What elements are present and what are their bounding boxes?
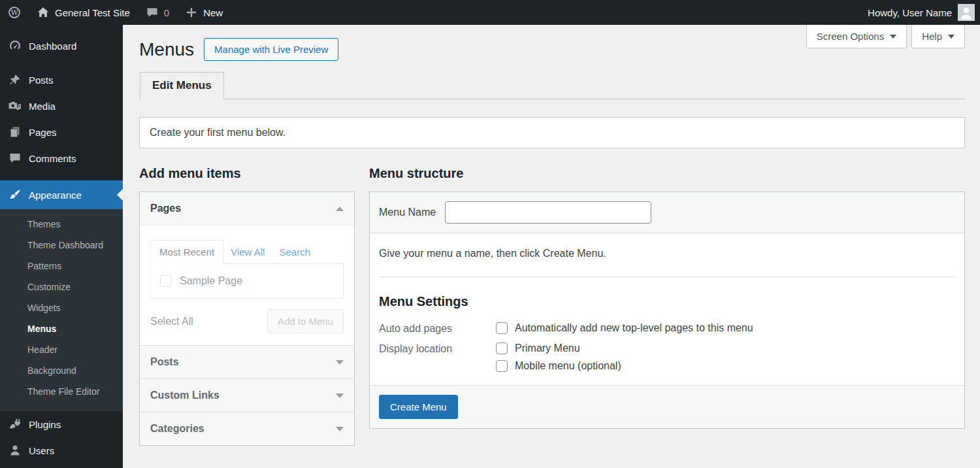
chevron-down-icon (336, 393, 344, 398)
submenu-item-patterns[interactable]: Patterns (0, 256, 123, 276)
mobile-menu-option-label: Mobile menu (optional) (515, 360, 621, 372)
plugin-icon (8, 418, 22, 431)
accordion-section-label: Posts (150, 356, 179, 368)
accordion-section-label: Custom Links (150, 390, 220, 401)
menu-separator (0, 171, 123, 180)
first-menu-notice: Create your first menu below. (139, 117, 965, 148)
page-title: Menus (139, 39, 194, 60)
display-location-label: Display location (379, 343, 496, 372)
tab-most-recent[interactable]: Most Recent (150, 240, 223, 264)
auto-add-pages-label: Auto add pages (379, 322, 496, 335)
screen-options-button[interactable]: Screen Options (806, 25, 907, 48)
submenu-item-header[interactable]: Header (0, 339, 123, 360)
pages-icon (8, 125, 22, 139)
accordion-section-categories[interactable]: Categories (140, 412, 354, 445)
sidebar-item-pages[interactable]: Pages (0, 119, 123, 145)
submenu-item-menus[interactable]: Menus (0, 318, 123, 339)
accordion-section-pages[interactable]: Pages (140, 192, 354, 225)
sidebar-item-label: Comments (29, 153, 76, 164)
submenu-item-themes[interactable]: Themes (0, 214, 123, 235)
menu-structure-column: Menu structure Menu Name Give your menu … (369, 148, 965, 429)
tab-view-all[interactable]: View All (223, 241, 272, 263)
tab-edit-menus[interactable]: Edit Menus (140, 72, 224, 99)
sample-page-checkbox[interactable] (160, 275, 172, 287)
user-icon (8, 444, 22, 457)
pushpin-icon (8, 73, 22, 86)
main-content: Screen Options Help Menus Manage with Li… (123, 25, 980, 468)
pages-checklist: Sample Page (150, 263, 344, 299)
tab-search[interactable]: Search (272, 241, 318, 263)
new-label: New (203, 7, 223, 18)
submenu-item-theme-file-editor[interactable]: Theme File Editor (0, 381, 123, 402)
chevron-down-icon (336, 360, 344, 365)
sidebar-item-posts[interactable]: Posts (0, 67, 123, 93)
accordion-section-label: Categories (150, 423, 204, 435)
sidebar-item-users[interactable]: Users (0, 437, 123, 463)
mobile-menu-option: Mobile menu (optional) (496, 360, 621, 372)
menu-structure-heading: Menu structure (369, 166, 965, 181)
sidebar-item-label: Pages (29, 127, 57, 138)
primary-menu-option-label: Primary Menu (515, 343, 580, 354)
pages-panel-body: Most Recent View All Search Sample Page … (140, 225, 354, 345)
menu-structure-card: Menu Name Give your menu a name, then cl… (369, 192, 965, 429)
home-icon (37, 6, 50, 19)
sidebar-item-media[interactable]: Media (0, 93, 123, 119)
menu-structure-body: Give your menu a name, then click Create… (370, 233, 964, 372)
nav-tabs: Edit Menus (139, 72, 965, 99)
auto-add-pages-row: Auto add pages Automatically add new top… (379, 322, 955, 335)
user-silhouette-icon (958, 5, 974, 21)
auto-add-pages-option-label: Automatically add new top-level pages to… (515, 322, 753, 334)
menu-name-row: Menu Name (370, 192, 964, 233)
sidebar-item-comments[interactable]: Comments (0, 145, 123, 171)
list-item: Sample Page (160, 275, 334, 287)
paintbrush-icon (8, 188, 22, 201)
create-menu-button[interactable]: Create Menu (379, 395, 458, 419)
wordpress-logo-icon[interactable]: W (0, 0, 29, 25)
display-location-row: Display location Primary Menu Mobile men… (379, 343, 955, 372)
menu-instruction-text: Give your menu a name, then click Create… (379, 233, 955, 276)
avatar[interactable] (958, 4, 975, 21)
submenu-item-customize[interactable]: Customize (0, 276, 123, 297)
add-to-menu-button[interactable]: Add to Menu (267, 309, 344, 333)
sidebar-item-label: Posts (29, 75, 54, 86)
select-all-link[interactable]: Select All (150, 316, 193, 327)
site-link[interactable]: General Test Site (29, 0, 138, 25)
menu-items-accordion: Pages Most Recent View All Search Sample… (139, 192, 355, 446)
comments-count: 0 (164, 7, 169, 18)
accordion-section-custom-links[interactable]: Custom Links (140, 378, 354, 412)
sidebar-item-label: Appearance (29, 190, 82, 201)
sidebar-item-plugins[interactable]: Plugins (0, 411, 123, 437)
appearance-submenu: Themes Theme Dashboard Patterns Customiz… (0, 209, 123, 411)
chevron-up-icon (336, 207, 344, 211)
manage-with-live-preview-button[interactable]: Manage with Live Preview (204, 38, 338, 61)
columns: Add menu items Pages Most Recent View Al… (123, 148, 980, 446)
mobile-menu-checkbox[interactable] (496, 360, 508, 372)
sidebar-item-label: Media (29, 101, 56, 112)
submenu-item-widgets[interactable]: Widgets (0, 297, 123, 318)
howdy-user[interactable]: Howdy, User Name (868, 7, 952, 18)
screen-options-label: Screen Options (817, 31, 884, 42)
page-item-label: Sample Page (180, 275, 242, 287)
menu-name-label: Menu Name (379, 207, 436, 218)
help-label: Help (922, 31, 942, 42)
help-button[interactable]: Help (911, 25, 965, 48)
chevron-down-icon (890, 35, 896, 39)
site-name: General Test Site (55, 7, 130, 18)
accordion-section-label: Pages (150, 203, 181, 214)
submenu-item-theme-dashboard[interactable]: Theme Dashboard (0, 235, 123, 256)
admin-sidebar: Dashboard Posts Media Pages Comments A (0, 25, 123, 468)
auto-add-pages-checkbox[interactable] (496, 322, 508, 334)
primary-menu-checkbox[interactable] (496, 343, 508, 354)
sidebar-item-appearance[interactable]: Appearance (0, 180, 123, 209)
sidebar-item-label: Users (29, 445, 54, 456)
new-content-button[interactable]: New (177, 0, 231, 25)
menu-name-input[interactable] (445, 201, 651, 224)
pages-panel-footer: Select All Add to Menu (150, 309, 344, 333)
chevron-down-icon (336, 427, 344, 431)
comments-shortcut[interactable]: 0 (138, 0, 177, 25)
accordion-section-posts[interactable]: Posts (140, 345, 354, 378)
submenu-item-background[interactable]: Background (0, 360, 123, 381)
current-menu-arrow (117, 189, 123, 201)
dashboard-gauge-icon (8, 39, 22, 52)
sidebar-item-dashboard[interactable]: Dashboard (0, 33, 123, 59)
